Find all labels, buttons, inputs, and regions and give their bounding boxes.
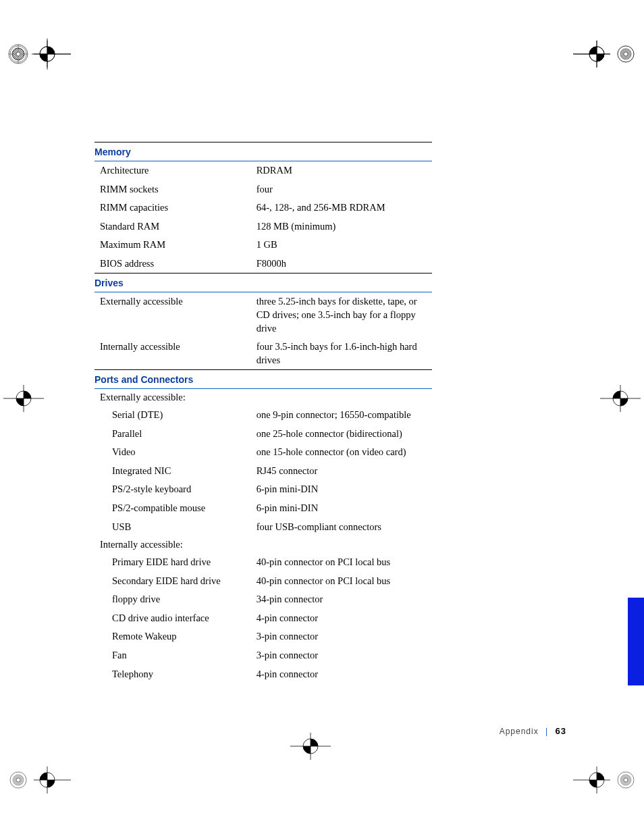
table-row: Fan3-pin connector xyxy=(95,646,432,665)
section-title: Memory xyxy=(95,142,432,161)
spec-value: four USB-compliant connectors xyxy=(257,518,432,537)
spec-label: Parallel xyxy=(95,425,257,444)
table-row: Remote Wakeup3-pin connector xyxy=(95,627,432,646)
crop-mark-icon xyxy=(3,729,71,797)
spec-value: 4-pin connector xyxy=(257,609,432,628)
spec-label: PS/2-style keyboard xyxy=(95,480,257,499)
spec-value: 34-pin connector xyxy=(257,590,432,609)
specifications-page: Memory ArchitectureRDRAM RIMM socketsfou… xyxy=(95,142,540,683)
table-row: Integrated NICRJ45 connector xyxy=(95,462,432,481)
section-title: Ports and Connectors xyxy=(95,370,432,389)
table-row: Videoone 15-hole connector (on video car… xyxy=(95,443,432,462)
spec-value: RJ45 connector xyxy=(257,462,432,481)
table-row: RIMM capacities64-, 128-, and 256-MB RDR… xyxy=(95,199,432,217)
section-title: Drives xyxy=(95,273,432,292)
spec-label: Serial (DTE) xyxy=(95,406,257,425)
table-row: Serial (DTE)one 9-pin connector; 16550-c… xyxy=(95,406,432,425)
table-row: PS/2-compatible mouse6-pin mini-DIN xyxy=(95,499,432,518)
spec-label: Fan xyxy=(95,646,257,665)
table-row: CD drive audio interface4-pin connector xyxy=(95,609,432,628)
spec-value: 6-pin mini-DIN xyxy=(257,499,432,518)
subheading-row: Internally accessible: xyxy=(95,536,432,553)
spec-label: Primary EIDE hard drive xyxy=(95,553,257,572)
spec-label: Telephony xyxy=(95,665,257,684)
spec-label: Maximum RAM xyxy=(95,236,257,255)
table-row: Externally accessiblethree 5.25-inch bay… xyxy=(95,292,432,338)
spec-value: four xyxy=(257,180,432,199)
spec-value: one 15-hole connector (on video card) xyxy=(257,443,432,462)
section-header-memory: Memory xyxy=(95,142,432,161)
table-row: BIOS addressF8000h xyxy=(95,255,432,273)
crop-mark-icon xyxy=(573,37,641,105)
spec-value: RDRAM xyxy=(257,161,432,180)
crop-mark-icon xyxy=(3,382,71,449)
spec-label: Remote Wakeup xyxy=(95,627,257,646)
spec-label: Secondary EIDE hard drive xyxy=(95,572,257,591)
spec-value: one 25-hole connector (bidirectional) xyxy=(257,425,432,444)
spec-label: Video xyxy=(95,443,257,462)
table-row: Secondary EIDE hard drive40-pin connecto… xyxy=(95,572,432,591)
spec-value: 6-pin mini-DIN xyxy=(257,480,432,499)
spec-label: CD drive audio interface xyxy=(95,609,257,628)
section-header-ports: Ports and Connectors xyxy=(95,370,432,389)
subheading: Externally accessible: xyxy=(95,389,432,407)
spec-label: Externally accessible xyxy=(95,292,257,338)
table-row: Telephony4-pin connector xyxy=(95,665,432,684)
table-row: Parallelone 25-hole connector (bidirecti… xyxy=(95,425,432,444)
spec-value: 4-pin connector xyxy=(257,665,432,684)
table-row: Internally accessiblefour 3.5-inch bays … xyxy=(95,338,432,370)
page-footer: Appendix | 63 xyxy=(500,726,566,736)
spec-value: three 5.25-inch bays for diskette, tape,… xyxy=(257,292,432,338)
spec-label: BIOS address xyxy=(95,255,257,273)
crop-mark-icon xyxy=(3,37,71,105)
table-row: Standard RAM128 MB (minimum) xyxy=(95,217,432,236)
table-row: Primary EIDE hard drive40-pin connector … xyxy=(95,553,432,572)
specifications-table: Memory ArchitectureRDRAM RIMM socketsfou… xyxy=(95,142,432,683)
crop-mark-icon xyxy=(573,729,641,797)
spec-value: 64-, 128-, and 256-MB RDRAM xyxy=(257,199,432,217)
footer-section: Appendix xyxy=(500,727,539,736)
spec-label: floppy drive xyxy=(95,590,257,609)
spec-value: F8000h xyxy=(257,255,432,273)
footer-divider: | xyxy=(541,727,552,736)
spec-value: 40-pin connector on PCI local bus xyxy=(257,572,432,591)
table-row: floppy drive34-pin connector xyxy=(95,590,432,609)
spec-value: one 9-pin connector; 16550-compatible xyxy=(257,406,432,425)
page-number: 63 xyxy=(556,726,566,736)
table-row: PS/2-style keyboard6-pin mini-DIN xyxy=(95,480,432,499)
crop-mark-icon xyxy=(573,382,641,449)
spec-label: Architecture xyxy=(95,161,257,180)
section-tab xyxy=(628,598,644,685)
section-header-drives: Drives xyxy=(95,273,432,292)
spec-value: four 3.5-inch bays for 1.6-inch-high har… xyxy=(257,338,432,370)
spec-value: 40-pin connector on PCI local bus xyxy=(257,553,432,572)
spec-label: Integrated NIC xyxy=(95,462,257,481)
spec-value: 3-pin connector xyxy=(257,646,432,665)
crop-mark-icon xyxy=(290,729,358,797)
spec-label: USB xyxy=(95,518,257,537)
spec-label: Standard RAM xyxy=(95,217,257,236)
table-row: RIMM socketsfour xyxy=(95,180,432,199)
subheading-row: Externally accessible: xyxy=(95,389,432,407)
table-row: Maximum RAM1 GB xyxy=(95,236,432,255)
table-row: ArchitectureRDRAM xyxy=(95,161,432,180)
spec-label: Internally accessible xyxy=(95,338,257,370)
spec-label: RIMM sockets xyxy=(95,180,257,199)
spec-value: 128 MB (minimum) xyxy=(257,217,432,236)
spec-value: 1 GB xyxy=(257,236,432,255)
spec-label: PS/2-compatible mouse xyxy=(95,499,257,518)
spec-label: RIMM capacities xyxy=(95,199,257,217)
spec-value: 3-pin connector xyxy=(257,627,432,646)
subheading: Internally accessible: xyxy=(95,536,432,553)
table-row: USBfour USB-compliant connectors xyxy=(95,518,432,537)
